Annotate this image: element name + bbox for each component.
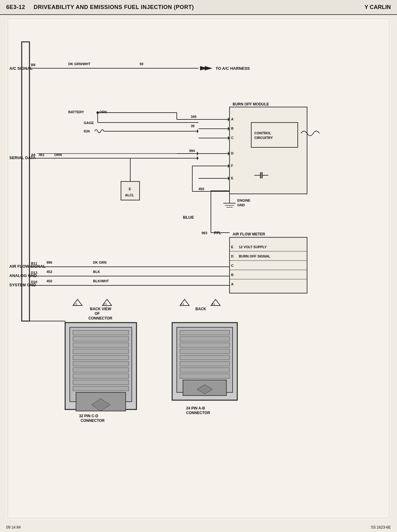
svg-text:450: 450 (47, 279, 52, 283)
footer-date: 09 14 84 (6, 525, 21, 530)
svg-text:993: 993 (202, 231, 207, 235)
svg-rect-134 (73, 380, 129, 385)
svg-text:B11: B11 (31, 262, 37, 265)
svg-rect-128 (73, 343, 129, 347)
svg-text:ALCL: ALCL (125, 193, 134, 197)
svg-text:BURN OFF SIGNAL: BURN OFF SIGNAL (239, 254, 270, 258)
svg-rect-131 (73, 361, 129, 366)
svg-text:ORN: ORN (99, 110, 107, 114)
svg-text:GND: GND (237, 203, 245, 207)
svg-text:C1: C1 (74, 302, 78, 306)
svg-rect-0 (6, 17, 391, 520)
svg-rect-130 (73, 355, 129, 360)
svg-text:994: 994 (189, 149, 195, 153)
svg-rect-133 (73, 374, 129, 378)
page-footer: 09 14 84 5S 1623-6E (6, 525, 391, 530)
svg-text:32 PIN C-D: 32 PIN C-D (79, 414, 98, 418)
page-ref-text: 6E3-12 (6, 4, 25, 10)
svg-text:DK GRN/WHT: DK GRN/WHT (68, 62, 91, 66)
header-title: DRIVEABILITY AND EMISSIONS FUEL INJECTIO… (34, 4, 194, 10)
svg-text:340: 340 (191, 115, 196, 118)
svg-text:E: E (129, 187, 131, 191)
svg-text:A/C SIGNAL: A/C SIGNAL (9, 66, 33, 71)
svg-text:BACK VIEW: BACK VIEW (90, 307, 111, 311)
svg-text:A: A (231, 282, 234, 286)
svg-rect-129 (73, 349, 129, 354)
svg-rect-104 (121, 181, 140, 200)
svg-rect-147 (180, 330, 230, 335)
svg-rect-151 (180, 355, 230, 360)
svg-text:A1: A1 (181, 302, 184, 306)
svg-text:CIRCUITRY: CIRCUITRY (254, 136, 273, 140)
svg-text:TO A/C HARNESS: TO A/C HARNESS (216, 66, 250, 71)
footer-diagram-ref: 5S 1623-6E (371, 525, 391, 530)
svg-text:B1: B1 (212, 302, 215, 306)
svg-text:BATTERY: BATTERY (68, 110, 84, 114)
svg-text:CONTROL: CONTROL (254, 131, 271, 135)
svg-text:39: 39 (191, 124, 194, 128)
svg-text:D: D (231, 151, 234, 155)
svg-text:ENGINE: ENGINE (237, 199, 250, 202)
svg-text:BURN OFF MODULE: BURN OFF MODULE (233, 102, 269, 106)
svg-text:BLUE: BLUE (183, 215, 194, 220)
svg-text:AIR FLOW METER: AIR FLOW METER (233, 232, 265, 236)
svg-text:24 PIN A-B: 24 PIN A-B (186, 406, 205, 410)
svg-text:D1: D1 (103, 302, 107, 306)
page-header: 6E3-12 DRIVEABILITY AND EMISSIONS FUEL I… (0, 0, 397, 15)
svg-text:CONNECTOR: CONNECTOR (186, 411, 210, 415)
svg-text:A8: A8 (31, 153, 35, 157)
svg-text:C: C (231, 136, 234, 140)
svg-text:OF: OF (95, 311, 100, 316)
svg-rect-149 (180, 343, 230, 347)
svg-text:59: 59 (140, 62, 143, 66)
svg-text:DK GRN: DK GRN (93, 261, 106, 264)
svg-rect-135 (73, 386, 129, 391)
page-container: 6E3-12 DRIVEABILITY AND EMISSIONS FUEL I… (0, 0, 397, 532)
svg-text:996: 996 (47, 261, 52, 264)
svg-text:E: E (231, 176, 233, 180)
svg-text:IGN: IGN (84, 129, 90, 133)
svg-text:450: 450 (198, 187, 204, 191)
header-right-label: Y CARLIN (364, 4, 391, 11)
svg-text:AIR FLOW SIGNAL: AIR FLOW SIGNAL (9, 264, 46, 269)
svg-text:CONNECTOR: CONNECTOR (81, 418, 105, 423)
svg-text:D13: D13 (31, 271, 37, 275)
svg-rect-153 (180, 368, 230, 372)
svg-text:C: C (231, 264, 234, 267)
svg-text:B: B (231, 273, 234, 277)
svg-text:BLK/WHT: BLK/WHT (93, 279, 109, 283)
svg-text:12 VOLT SUPPLY: 12 VOLT SUPPLY (239, 245, 267, 249)
svg-rect-126 (73, 330, 129, 335)
svg-rect-154 (180, 374, 230, 378)
svg-rect-17 (251, 123, 298, 147)
svg-rect-127 (73, 337, 129, 341)
svg-text:CONNECTOR: CONNECTOR (88, 316, 112, 320)
svg-text:F: F (231, 164, 233, 168)
svg-text:B8: B8 (31, 63, 35, 67)
svg-rect-15 (230, 107, 307, 194)
svg-text:BLK: BLK (93, 270, 100, 274)
svg-text:D10: D10 (31, 280, 37, 284)
wiring-diagram-svg: A/C SIGNAL B8 TO A/C HARNESS --> DK GRN/… (6, 17, 391, 520)
svg-text:D: D (231, 254, 234, 258)
svg-rect-152 (180, 361, 230, 366)
svg-text:B: B (231, 127, 234, 130)
svg-rect-150 (180, 349, 230, 354)
svg-text:BACK: BACK (195, 307, 206, 311)
svg-text:GAGE: GAGE (84, 121, 94, 125)
svg-text:A: A (231, 117, 234, 121)
svg-rect-132 (73, 368, 129, 372)
svg-text:E: E (231, 245, 233, 249)
svg-text:452: 452 (47, 270, 52, 274)
svg-rect-148 (180, 337, 230, 341)
header-page-ref: 6E3-12 DRIVEABILITY AND EMISSIONS FUEL I… (6, 4, 194, 11)
